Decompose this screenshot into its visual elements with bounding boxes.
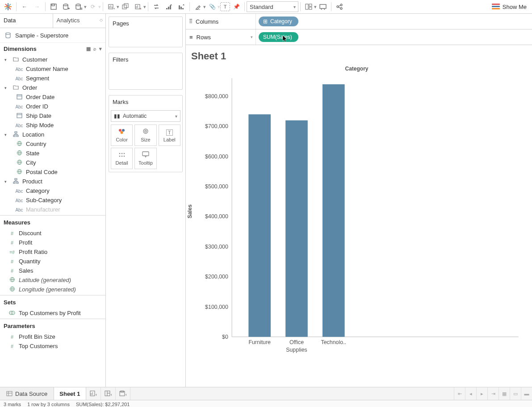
- first-tab-button[interactable]: ⇤: [454, 387, 465, 400]
- columns-pill-category[interactable]: ⊞Category: [259, 17, 298, 26]
- field-category[interactable]: AbcCategory: [0, 186, 105, 195]
- show-cards-button[interactable]: [302, 1, 315, 12]
- next-tab-button[interactable]: ▸: [476, 387, 487, 400]
- field-order-id[interactable]: AbcOrder ID: [0, 102, 105, 111]
- refresh-button[interactable]: ⟳: [87, 1, 99, 12]
- sheet-title[interactable]: Sheet 1: [186, 45, 532, 64]
- search-icon[interactable]: ⌕: [93, 46, 96, 52]
- group-product[interactable]: ▾Product: [0, 177, 105, 186]
- svg-text:$700,000: $700,000: [205, 123, 228, 129]
- new-dashboard-button[interactable]: +: [101, 387, 116, 400]
- datasource-tab[interactable]: Data Source: [0, 387, 54, 400]
- field-segment[interactable]: AbcSegment: [0, 74, 105, 83]
- show-filmstrip-button[interactable]: ▭: [510, 387, 521, 400]
- tab-analytics[interactable]: Analytics◇: [53, 14, 106, 28]
- group-customer[interactable]: ▾Customer: [0, 55, 105, 64]
- clear-button[interactable]: [132, 1, 144, 12]
- bar-chart[interactable]: $0$100,000$200,000$300,000$400,000$500,0…: [190, 74, 523, 382]
- datasource-row[interactable]: Sample - Superstore: [0, 28, 105, 43]
- group-button[interactable]: 📎: [206, 1, 218, 12]
- new-sheet-button[interactable]: +: [86, 387, 101, 400]
- text-button[interactable]: T: [220, 2, 230, 11]
- fit-selector[interactable]: Standard: [247, 1, 298, 12]
- bar-office supplies[interactable]: [285, 120, 308, 337]
- svg-rect-48: [13, 135, 15, 137]
- view-icon[interactable]: ▦: [86, 46, 91, 52]
- chart-area[interactable]: Category Sales $0$100,000$200,000$300,00…: [186, 64, 532, 387]
- marks-label-button[interactable]: TLabel: [159, 125, 180, 146]
- save-button[interactable]: [47, 1, 60, 12]
- svg-point-91: [123, 156, 125, 157]
- marks-color-button[interactable]: Color: [111, 125, 133, 146]
- param-profit-bin-size[interactable]: #Profit Bin Size: [0, 332, 105, 341]
- highlight-button[interactable]: [192, 1, 204, 12]
- new-datasource-button[interactable]: [60, 1, 72, 12]
- sort-asc-button[interactable]: [163, 1, 175, 12]
- group-location[interactable]: ▾Location: [0, 130, 105, 139]
- field-order-date[interactable]: Order Date: [0, 92, 105, 102]
- bar-furniture[interactable]: [248, 114, 271, 337]
- back-button[interactable]: ←: [18, 1, 31, 12]
- sort-desc-button[interactable]: [175, 1, 188, 12]
- pause-data-button[interactable]: [72, 1, 85, 12]
- duplicate-button[interactable]: [119, 1, 132, 12]
- field-profit-ratio[interactable]: =#Profit Ratio: [0, 247, 105, 257]
- field-city[interactable]: City: [0, 158, 105, 167]
- cards-pane: Pages Filters Marks ▮▮Automatic ColorSiz…: [106, 14, 186, 387]
- set-top-customers-by-profit[interactable]: Top Customers by Profit: [0, 308, 105, 318]
- swap-button[interactable]: [150, 1, 163, 12]
- status-marks: 3 marks: [4, 402, 21, 407]
- show-sheets-button[interactable]: ▦: [498, 387, 510, 400]
- prev-tab-button[interactable]: ◂: [465, 387, 476, 400]
- sheet1-tab[interactable]: Sheet 1: [54, 387, 86, 400]
- marks-detail-button[interactable]: Detail: [111, 148, 133, 169]
- columns-shelf[interactable]: ⦙⦙⦙Columns ⊞Category: [186, 14, 532, 29]
- field-sales[interactable]: #Sales: [0, 266, 105, 275]
- last-tab-button[interactable]: ⇥: [487, 387, 498, 400]
- svg-rect-67: [13, 182, 15, 183]
- logo-icon[interactable]: [2, 1, 14, 12]
- field-country[interactable]: Country: [0, 139, 105, 149]
- field-state[interactable]: State: [0, 149, 105, 158]
- field-quantity[interactable]: #Quantity: [0, 257, 105, 266]
- marks-tooltip-button[interactable]: Tooltip: [134, 148, 156, 169]
- svg-rect-43: [17, 95, 22, 99]
- filters-card[interactable]: Filters: [109, 53, 183, 90]
- rows-pill-sales[interactable]: SUM(Sales): [259, 32, 298, 42]
- field-profit[interactable]: #Profit: [0, 238, 105, 247]
- marks-size-button[interactable]: Size: [134, 125, 156, 146]
- param-top-customers[interactable]: #Top Customers: [0, 341, 105, 351]
- presentation-button[interactable]: [317, 1, 329, 12]
- group-order[interactable]: ▾Order: [0, 83, 105, 92]
- field-latitude--generated-[interactable]: Latitude (generated): [0, 275, 105, 285]
- svg-text:$400,000: $400,000: [205, 213, 228, 220]
- pin-button[interactable]: 📌: [230, 1, 243, 12]
- sheet-tabbar: Data Source Sheet 1 + + + ⇤ ◂ ▸ ⇥ ▦ ▭ ▬: [0, 387, 532, 400]
- field-ship-date[interactable]: Ship Date: [0, 111, 105, 120]
- show-me-button[interactable]: Show Me: [488, 4, 530, 10]
- field-longitude--generated-[interactable]: Longitude (generated): [0, 285, 105, 294]
- show-tabs-button[interactable]: ▬: [521, 387, 532, 400]
- field-customer-name[interactable]: AbcCustomer Name: [0, 64, 105, 74]
- menu-icon[interactable]: ▾: [99, 46, 102, 52]
- field-manufacturer[interactable]: AbcManufacturer: [0, 205, 105, 214]
- new-worksheet-button[interactable]: +: [105, 1, 117, 12]
- forward-button[interactable]: →: [31, 1, 43, 12]
- field-discount[interactable]: #Discount: [0, 228, 105, 238]
- svg-point-84: [145, 130, 147, 132]
- svg-rect-29: [182, 8, 184, 9]
- marks-card: Marks ▮▮Automatic ColorSizeTLabelDetailT…: [109, 95, 183, 172]
- field-ship-mode[interactable]: AbcShip Mode: [0, 120, 105, 130]
- field-postal-code[interactable]: Postal Code: [0, 167, 105, 177]
- marks-type-selector[interactable]: ▮▮Automatic: [111, 110, 180, 122]
- dimensions-header: Dimensions ▦⌕▾: [0, 43, 105, 55]
- share-button[interactable]: [333, 1, 346, 12]
- pages-card[interactable]: Pages: [109, 17, 183, 47]
- rows-shelf[interactable]: ≡Rows▾ SUM(Sales): [186, 29, 532, 45]
- new-story-button[interactable]: +: [116, 387, 130, 400]
- expand-icon: ⊞: [263, 18, 268, 25]
- field-sub-category[interactable]: AbcSub-Category: [0, 195, 105, 205]
- rows-icon: ≡: [189, 34, 193, 41]
- tab-data[interactable]: Data: [0, 14, 53, 28]
- bar-technolo..[interactable]: [323, 84, 345, 337]
